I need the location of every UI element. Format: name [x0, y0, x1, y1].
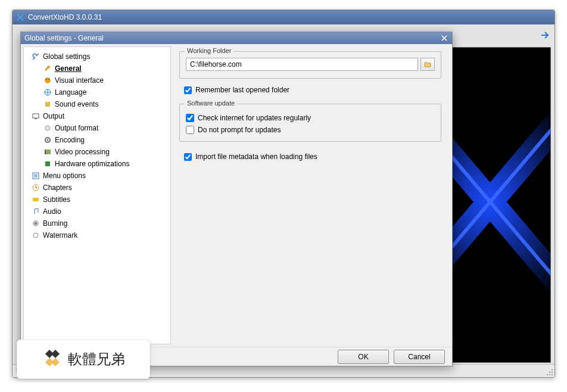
tree-label: Video processing: [55, 148, 110, 156]
svg-rect-19: [45, 150, 46, 154]
no-prompt-checkbox[interactable]: [186, 126, 194, 134]
svg-point-5: [549, 374, 550, 375]
settings-dialog: Global settings - General Global setting…: [20, 32, 453, 366]
tree-item-general[interactable]: General: [24, 63, 170, 74]
note-icon: [31, 207, 40, 216]
window-title: ConvertXtoHD 3.0.0.31: [28, 13, 102, 21]
tree-item-output-format[interactable]: Output format: [24, 122, 170, 134]
cancel-button[interactable]: Cancel: [394, 350, 445, 364]
svg-point-26: [33, 233, 38, 238]
remember-folder-row: Remember last opened folder: [184, 86, 441, 94]
check-updates-label: Check internet for updates regularly: [198, 114, 311, 122]
main-titlebar[interactable]: ConvertXtoHD 3.0.0.31: [13, 10, 554, 24]
group-legend: Working Folder: [185, 47, 233, 54]
subtitle-icon: [31, 195, 40, 204]
svg-point-17: [47, 139, 49, 141]
svg-rect-30: [51, 358, 60, 366]
svg-point-6: [552, 374, 553, 375]
svg-point-2: [549, 372, 550, 373]
import-metadata-checkbox[interactable]: [184, 153, 192, 161]
svg-point-9: [48, 79, 49, 80]
working-folder-input[interactable]: [186, 58, 418, 71]
tree-item-menu-options[interactable]: Menu options: [24, 170, 170, 182]
remember-folder-label: Remember last opened folder: [195, 86, 289, 94]
tree-root-global[interactable]: Global settings: [24, 51, 170, 63]
group-legend: Software update: [185, 99, 237, 107]
tree-label: Language: [55, 88, 86, 97]
tree-label: Sound events: [55, 100, 98, 108]
film-icon: [43, 147, 52, 157]
brand-overlay: 軟體兄弟: [17, 340, 150, 379]
tree-item-video-processing[interactable]: Video processing: [24, 146, 170, 158]
dialog-title: Global settings - General: [24, 34, 104, 42]
tree-item-audio[interactable]: Audio: [24, 206, 170, 217]
tools-icon: [31, 52, 40, 61]
dialog-titlebar[interactable]: Global settings - General: [21, 32, 452, 44]
svg-point-1: [552, 369, 553, 371]
ok-button[interactable]: OK: [338, 350, 389, 364]
brand-logo-icon: [42, 349, 63, 370]
svg-rect-28: [51, 350, 60, 358]
check-updates-row: Check internet for updates regularly: [186, 114, 435, 122]
close-icon[interactable]: [440, 34, 448, 42]
clock-icon: [31, 183, 40, 192]
monitor-icon: [31, 111, 40, 121]
svg-rect-13: [35, 119, 37, 119]
svg-rect-23: [33, 198, 39, 201]
wrench-icon: [43, 64, 52, 73]
svg-point-7: [45, 77, 51, 83]
gear-icon: [43, 135, 52, 145]
burn-icon: [31, 219, 40, 228]
software-update-group: Software update Check internet for updat…: [179, 104, 441, 142]
tree-label: Chapters: [43, 183, 72, 192]
svg-rect-11: [45, 102, 50, 107]
tree-root-output[interactable]: Output: [24, 110, 170, 122]
browse-button[interactable]: [420, 58, 435, 71]
import-metadata-label: Import file metadata when loading files: [195, 153, 317, 161]
tree-label: Output: [43, 112, 64, 120]
tree-label: General: [55, 64, 82, 73]
svg-point-8: [46, 79, 47, 80]
tree-label: Visual interface: [55, 76, 104, 85]
svg-point-3: [552, 372, 553, 373]
remember-folder-checkbox[interactable]: [184, 86, 192, 94]
working-folder-group: Working Folder: [179, 51, 441, 79]
tree-item-hardware[interactable]: Hardware optimizations: [24, 158, 170, 170]
tree-label: Audio: [43, 207, 61, 216]
tree-label: Output format: [55, 124, 98, 132]
tree-item-burning[interactable]: Burning: [24, 217, 170, 229]
no-prompt-row: Do not prompt for updates: [186, 126, 435, 134]
folder-open-icon: [423, 60, 432, 69]
tree-item-visual[interactable]: Visual interface: [24, 74, 170, 86]
dialog-body: Global settings General Visual interface…: [21, 44, 452, 347]
palette-icon: [43, 76, 52, 85]
tree-item-subtitles[interactable]: Subtitles: [24, 194, 170, 206]
tree-label: Subtitles: [43, 195, 70, 204]
video-preview: [441, 47, 551, 363]
watermark-icon: [31, 231, 40, 240]
no-prompt-label: Do not prompt for updates: [198, 126, 281, 134]
settings-content: Working Folder Remember last opened fold…: [171, 44, 452, 347]
tree-item-encoding[interactable]: Encoding: [24, 134, 170, 146]
app-icon: [16, 13, 24, 21]
tree-label: Global settings: [43, 52, 90, 61]
tree-label: Watermark: [43, 231, 77, 239]
tree-item-sound[interactable]: Sound events: [24, 98, 170, 110]
globe-icon: [43, 88, 52, 97]
svg-point-25: [35, 223, 37, 225]
tree-label: Encoding: [55, 136, 85, 144]
forward-arrow-icon[interactable]: [539, 29, 551, 41]
svg-point-4: [547, 374, 548, 375]
tree-label: Menu options: [43, 172, 86, 180]
sound-icon: [43, 99, 52, 109]
svg-rect-20: [45, 161, 50, 166]
tree-item-language[interactable]: Language: [24, 86, 170, 98]
disc-icon: [43, 123, 52, 133]
chip-icon: [43, 159, 52, 169]
tree-item-watermark[interactable]: Watermark: [24, 229, 170, 241]
check-updates-checkbox[interactable]: [186, 114, 194, 122]
tree-item-chapters[interactable]: Chapters: [24, 182, 170, 194]
import-metadata-row: Import file metadata when loading files: [184, 153, 441, 161]
svg-rect-12: [33, 114, 39, 118]
resize-grip-icon[interactable]: [545, 368, 553, 376]
